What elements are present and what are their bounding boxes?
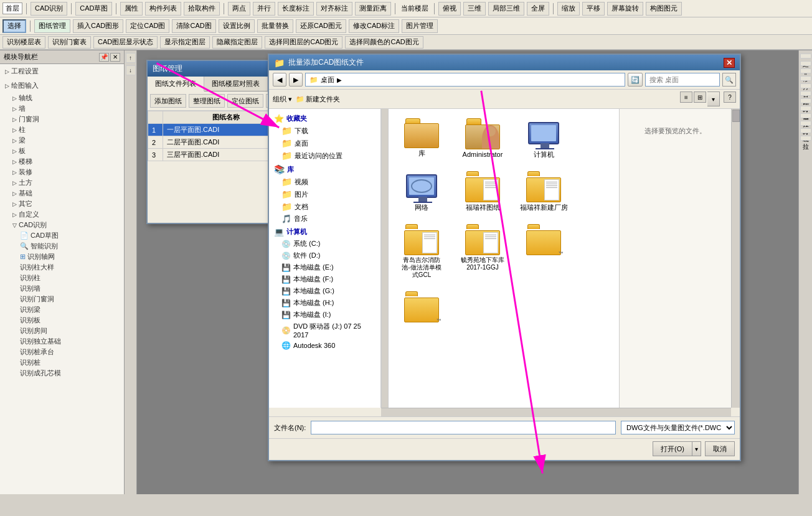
right-tool-modify[interactable]: 修 (800, 68, 811, 73)
dialog-tab-floor-map[interactable]: 图纸楼层对照表 (204, 77, 268, 91)
fullscreen-btn[interactable]: 全屏 (527, 2, 549, 16)
sidebar-item-column[interactable]: ▷ 柱 (0, 124, 124, 135)
pan-btn[interactable]: 平移 (582, 2, 605, 16)
right-tool-pull[interactable]: 拉 (800, 136, 811, 141)
sidebar-drawing-title[interactable]: ▷ 绘图输入 (0, 80, 124, 91)
tree-drive-c[interactable]: 💿 系统 (C:) (269, 238, 380, 250)
restore-cad-btn[interactable]: 还原CAD图元 (296, 19, 346, 33)
modify-cad-mark-btn[interactable]: 修改CAD标注 (349, 19, 399, 33)
cad-layer-status-btn[interactable]: CAD图层显示状态 (93, 36, 158, 49)
organize-btn[interactable]: 组织 ▾ (273, 95, 292, 104)
view-mode-btn[interactable]: 俯视 (438, 2, 461, 16)
left-tool-btn2[interactable]: ↓ (126, 65, 136, 75)
set-scale-btn[interactable]: 设置比例 (219, 19, 255, 33)
nav-refresh-btn[interactable]: 🔄 (628, 73, 643, 87)
grid-scrollbar-v[interactable] (731, 109, 740, 408)
tree-drive-d[interactable]: 💿 软件 (D:) (269, 250, 380, 261)
build-figure-btn[interactable]: 构图图元 (646, 2, 682, 16)
tree-drive-i[interactable]: 💾 本地磁盘 (I:) (269, 309, 380, 321)
length-mark-btn[interactable]: 长度标注 (278, 2, 314, 16)
sidebar-item-decoration[interactable]: ▷ 装修 (0, 167, 124, 177)
view-grid-btn[interactable]: ⊞ (694, 91, 706, 103)
locate-paper-btn[interactable]: 定位图纸 (227, 94, 263, 108)
nav-forward-btn[interactable]: ▶ (289, 73, 303, 87)
sidebar-item-identify-col[interactable]: 识别柱 (0, 273, 124, 283)
file-item-computer[interactable]: 计算机 (516, 114, 572, 162)
tree-scrollbar[interactable] (381, 109, 389, 408)
insert-cad-btn[interactable]: 插入CAD图形 (73, 19, 123, 33)
tree-download[interactable]: 📁 下载 (269, 124, 380, 137)
select-btn[interactable]: 选择 (2, 19, 26, 33)
right-tool-merge[interactable]: 合 (800, 83, 811, 88)
tree-document[interactable]: 📁 文档 (269, 200, 380, 213)
hide-specified-layer-btn[interactable]: 隐藏指定图层 (212, 36, 262, 49)
screen-rotate-btn[interactable]: 屏幕旋转 (607, 2, 643, 16)
tree-drive-f[interactable]: 💾 本地磁盘 (F:) (269, 273, 380, 285)
sidebar-item-foundation[interactable]: ▷ 基础 (0, 188, 124, 199)
local-3d-btn[interactable]: 局部三维 (488, 2, 524, 16)
sidebar-item-identify-wall[interactable]: 识别墙 (0, 283, 124, 294)
sidebar-item-identify-room[interactable]: 识别房间 (0, 326, 124, 336)
new-folder-btn[interactable]: 📁 新建文件夹 (296, 95, 340, 104)
sidebar-item-identify-axis[interactable]: ⊞ 识别轴网 (0, 251, 124, 262)
filename-input[interactable] (311, 421, 616, 434)
show-specified-layer-btn[interactable]: 显示指定图层 (160, 36, 210, 49)
tree-drive-h[interactable]: 💾 本地磁盘 (H:) (269, 297, 380, 309)
tree-video[interactable]: 📁 视频 (269, 176, 380, 188)
right-tool-delay[interactable]: 延 (800, 54, 811, 59)
sidebar-item-smart-identify[interactable]: 🔍 智能识别 (0, 241, 124, 251)
measure-distance-btn[interactable]: 测量距离 (355, 2, 391, 16)
tree-music[interactable]: 🎵 音乐 (269, 213, 380, 225)
sidebar-item-door-window[interactable]: ▷ 门窗洞 (0, 114, 124, 124)
tree-recent[interactable]: 📁 最近访问的位置 (269, 149, 380, 162)
view-list-btn[interactable]: ≡ (680, 91, 692, 103)
right-tool-align[interactable]: 对齐 (800, 98, 811, 103)
sidebar-item-axis[interactable]: ▷ 轴线 (0, 93, 124, 103)
sidebar-item-stairs[interactable]: ▷ 楼梯 (0, 156, 124, 167)
right-tool-alignb[interactable]: 对齐 (800, 121, 811, 126)
sidebar-item-identify-independent-found[interactable]: 识别独立基础 (0, 336, 124, 347)
file-item-network[interactable]: 网络 (394, 167, 450, 215)
sidebar-item-identify-pile[interactable]: 识别桩 (0, 357, 124, 368)
identify-floor-table-btn[interactable]: 识别楼层表 (2, 36, 45, 49)
left-tool-btn1[interactable]: ↑ (126, 53, 136, 63)
filetype-select[interactable]: DWG文件与矢量图文件(*.DWC (621, 421, 735, 434)
clear-cad-btn[interactable]: 清除CAD图 (172, 19, 215, 33)
right-tool-nonlevel[interactable]: 非 (800, 61, 811, 66)
file-open-btn[interactable]: 打开(O) (653, 441, 692, 456)
paper-mgmt-btn[interactable]: 图纸管理 (34, 19, 70, 33)
file-item-extra1[interactable]: ™ (516, 220, 572, 282)
right-tool-drag[interactable]: 拉伸 (800, 113, 811, 118)
pic-mgmt-btn[interactable]: 图片管理 (402, 19, 438, 33)
right-tool-print[interactable]: 打 (800, 76, 811, 81)
zoom-btn[interactable]: 缩放 (557, 2, 580, 16)
sidebar-item-identify-beam[interactable]: 识别梁 (0, 304, 124, 315)
sidebar-item-identify-col-detail[interactable]: 识别柱大样 (0, 262, 124, 273)
search-btn[interactable]: 🔍 (722, 73, 736, 87)
parallel-btn[interactable]: 并行 (253, 2, 275, 16)
component-list-btn[interactable]: 构件列表 (145, 2, 181, 16)
sidebar-item-earthwork[interactable]: ▷ 土方 (0, 177, 124, 188)
file-item-furui-factory[interactable]: 福瑞祥新建厂房 (516, 167, 572, 215)
right-tool-person[interactable]: 编 (800, 128, 811, 133)
right-tool-move[interactable]: 偏移 (800, 106, 811, 111)
sidebar-item-cad-draft[interactable]: 📄 CAD草图 (0, 230, 124, 241)
tree-desktop[interactable]: 📁 桌面 (269, 137, 380, 149)
search-input[interactable] (645, 73, 720, 87)
nav-back-btn[interactable]: ◀ (273, 73, 286, 87)
select-same-layer-btn[interactable]: 选择同图层的CAD图元 (265, 36, 342, 49)
tree-picture[interactable]: 📁 图片 (269, 188, 380, 200)
file-item-admin[interactable]: Administrator (455, 114, 511, 162)
locate-cad-btn[interactable]: 定位CAD图 (126, 19, 169, 33)
sidebar-item-cad-identify[interactable]: ▽ CAD识别 (0, 220, 124, 230)
tree-drive-e[interactable]: 💾 本地磁盘 (E:) (269, 261, 380, 273)
file-item-library[interactable]: 库 (394, 114, 450, 162)
help-btn[interactable]: ? (724, 91, 736, 103)
sidebar-engineering-title[interactable]: ▷ 工程设置 (0, 65, 124, 77)
sidebar-item-identify-core[interactable]: 识别成孔芯模 (0, 368, 124, 378)
dialog-tab-file-list[interactable]: 图纸文件列表 (148, 77, 204, 91)
sidebar-item-custom[interactable]: ▷ 自定义 (0, 209, 124, 220)
attribute-btn[interactable]: 属性 (120, 2, 143, 16)
dialog-batch-close-btn[interactable]: ✕ (724, 58, 735, 68)
sidebar-pin-btn[interactable]: 📌 (99, 53, 109, 62)
